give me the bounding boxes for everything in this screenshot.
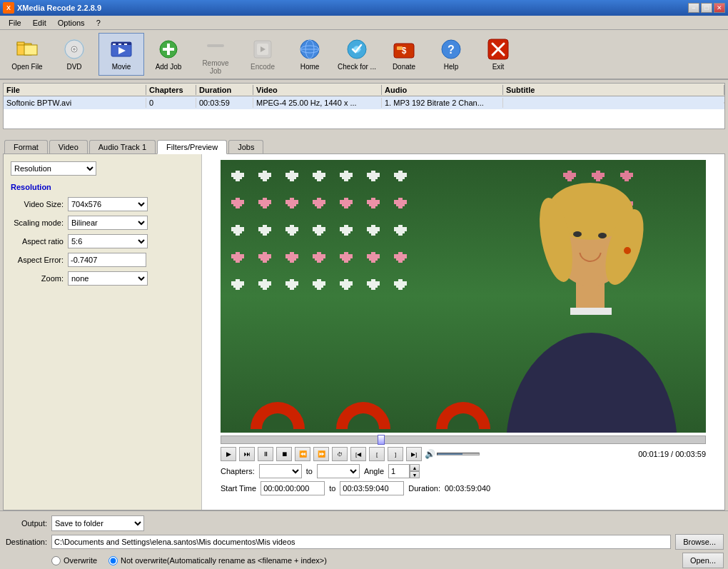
video-size-row: Video Size: 704x576 bbox=[11, 197, 194, 211]
aspect-error-row: Aspect Error: bbox=[11, 253, 194, 267]
panel-area: Resolution Resolution Video Size: 704x57… bbox=[3, 153, 725, 510]
zoom-label: Zoom: bbox=[11, 274, 68, 283]
file-list-area: File Chapters Duration Video Audio Subti… bbox=[3, 83, 725, 129]
tab-jobs[interactable]: Jobs bbox=[228, 140, 263, 153]
menu-edit[interactable]: Edit bbox=[27, 17, 52, 29]
donate-label: Donate bbox=[393, 63, 415, 71]
start-time-label: Start Time bbox=[221, 484, 256, 493]
open-file-button[interactable]: Open File bbox=[4, 33, 50, 76]
tab-filters-preview[interactable]: Filters/Preview bbox=[157, 140, 227, 154]
destination-input[interactable] bbox=[51, 535, 671, 549]
maximize-button[interactable]: □ bbox=[701, 3, 712, 13]
rewind-button[interactable]: ⏪ bbox=[295, 447, 310, 461]
tab-video[interactable]: Video bbox=[49, 140, 88, 153]
angle-down-button[interactable]: ▼ bbox=[410, 471, 420, 478]
scaling-mode-select[interactable]: Bilinear bbox=[68, 216, 148, 230]
chapters-to-select[interactable] bbox=[317, 464, 360, 478]
help-icon: ? bbox=[440, 38, 462, 61]
volume-control: 🔊 bbox=[425, 449, 480, 459]
minimize-button[interactable]: − bbox=[688, 3, 699, 13]
overwrite-option[interactable]: Overwrite bbox=[51, 556, 97, 565]
svg-rect-1 bbox=[17, 42, 24, 45]
cell-duration: 00:03:59 bbox=[196, 98, 253, 108]
filter-type-select[interactable]: Resolution bbox=[11, 161, 96, 176]
toolbar: Open File DVD Movie bbox=[0, 30, 728, 80]
start-time-input[interactable] bbox=[261, 481, 325, 495]
not-overwrite-option[interactable]: Not overwrite(Automatically rename as <f… bbox=[108, 556, 327, 565]
exit-button[interactable]: Exit bbox=[475, 33, 521, 76]
scaling-mode-label: Scaling mode: bbox=[11, 218, 68, 227]
menu-file[interactable]: File bbox=[3, 17, 27, 29]
browse-button[interactable]: Browse... bbox=[675, 534, 724, 550]
progress-bar[interactable] bbox=[221, 435, 706, 444]
title-bar: X XMedia Recode 2.2.8.9 − □ ✕ bbox=[0, 0, 728, 16]
play-button[interactable]: ▶ bbox=[221, 447, 236, 461]
preview-canvas bbox=[221, 160, 706, 433]
goto-time-button[interactable]: ⏱ bbox=[332, 447, 348, 461]
help-button[interactable]: ? Help bbox=[428, 33, 474, 76]
home-label: Home bbox=[300, 63, 320, 71]
remove-job-button[interactable]: Remove Job bbox=[193, 33, 238, 76]
remove-job-label: Remove Job bbox=[196, 59, 235, 75]
mark-out-button[interactable]: ▶] bbox=[406, 447, 422, 461]
mark-in-button[interactable]: [◀ bbox=[350, 447, 366, 461]
volume-icon: 🔊 bbox=[425, 449, 435, 459]
home-button[interactable]: Home bbox=[287, 33, 333, 76]
volume-track[interactable] bbox=[437, 453, 480, 455]
stop-button[interactable]: ⏹ bbox=[276, 447, 292, 461]
fast-forward-button[interactable]: ⏩ bbox=[313, 447, 329, 461]
duration-label: Duration: bbox=[408, 484, 440, 493]
col-header-audio: Audio bbox=[382, 85, 503, 95]
svg-rect-15 bbox=[163, 48, 174, 51]
add-job-label: Add Job bbox=[156, 63, 182, 71]
video-preview bbox=[221, 160, 706, 433]
mark-end-button[interactable]: ] bbox=[388, 447, 403, 461]
not-overwrite-radio[interactable] bbox=[108, 556, 118, 565]
movie-button[interactable]: Movie bbox=[98, 33, 144, 76]
dvd-button[interactable]: DVD bbox=[51, 33, 97, 76]
svg-rect-9 bbox=[113, 44, 116, 45]
tab-audio-track-1[interactable]: Audio Track 1 bbox=[89, 140, 156, 153]
dvd-icon bbox=[63, 38, 86, 61]
menu-help-q[interactable]: ? bbox=[91, 17, 106, 29]
menu-options[interactable]: Options bbox=[52, 17, 91, 29]
svg-point-5 bbox=[73, 48, 76, 51]
end-time-input[interactable] bbox=[340, 481, 404, 495]
svg-rect-27 bbox=[397, 46, 403, 50]
overwrite-radio[interactable] bbox=[51, 556, 61, 565]
next-frame-button[interactable]: ⏭ bbox=[239, 447, 255, 461]
svg-rect-11 bbox=[124, 44, 127, 45]
close-button[interactable]: ✕ bbox=[714, 3, 725, 13]
donate-button[interactable]: $ Donate bbox=[381, 33, 427, 76]
mark-start-button[interactable]: [ bbox=[369, 447, 385, 461]
encode-label: Encode bbox=[251, 63, 275, 71]
tab-format[interactable]: Format bbox=[4, 140, 48, 153]
angle-up-button[interactable]: ▲ bbox=[410, 464, 420, 471]
main-content: Format Video Audio Track 1 Filters/Previ… bbox=[3, 132, 725, 510]
output-type-select[interactable]: Save to folder bbox=[51, 515, 144, 531]
menu-bar: File Edit Options ? bbox=[0, 16, 728, 30]
cell-audio: 1. MP3 192 Bitrate 2 Chan... bbox=[382, 98, 503, 108]
encode-button[interactable]: Encode bbox=[240, 33, 285, 76]
radio-group: Overwrite Not overwrite(Automatically re… bbox=[4, 556, 327, 565]
angle-input[interactable] bbox=[388, 464, 410, 478]
col-header-subtitle: Subtitle bbox=[503, 85, 724, 95]
movie-icon bbox=[110, 38, 133, 61]
col-header-chapters: Chapters bbox=[146, 85, 196, 95]
col-header-file: File bbox=[4, 85, 146, 95]
aspect-error-input[interactable] bbox=[68, 253, 146, 267]
pause-button[interactable]: ⏸ bbox=[258, 447, 273, 461]
add-job-button[interactable]: Add Job bbox=[146, 33, 191, 76]
aspect-ratio-select[interactable]: 5:6 bbox=[68, 234, 148, 248]
output-label: Output: bbox=[4, 519, 47, 528]
check-for-button[interactable]: Check for ... bbox=[334, 33, 380, 76]
chapters-from-select[interactable] bbox=[259, 464, 302, 478]
col-header-video: Video bbox=[253, 85, 382, 95]
table-row[interactable]: Softonic BPTW.avi 0 00:03:59 MPEG-4 25.0… bbox=[4, 96, 724, 109]
progress-thumb[interactable] bbox=[378, 435, 385, 445]
zoom-select[interactable]: none bbox=[68, 271, 148, 286]
svg-rect-16 bbox=[207, 44, 224, 47]
video-size-select[interactable]: 704x576 bbox=[68, 197, 148, 211]
filter-type-dropdown-row: Resolution bbox=[11, 161, 194, 176]
open-button[interactable]: Open... bbox=[682, 553, 724, 568]
